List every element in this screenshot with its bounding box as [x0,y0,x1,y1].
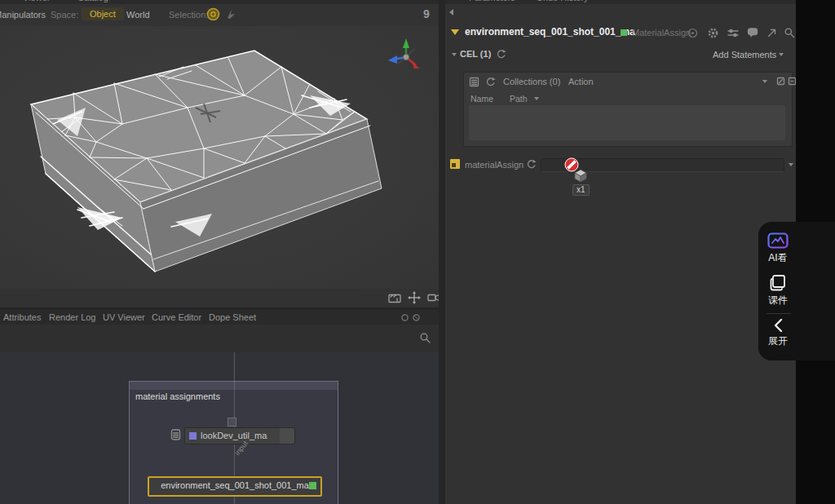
pin-arrow-icon[interactable] [767,28,777,38]
collections-label[interactable]: Collections (0) [503,77,560,86]
node-header-status-swatch [621,29,627,36]
node-group-label: material assignments [135,391,220,401]
group-input-port[interactable] [228,418,236,427]
selection-label: Selection: [169,10,208,20]
column-name-header[interactable]: Name [471,94,493,104]
viewport-bottombar [0,289,439,307]
slider-icon[interactable] [727,28,739,38]
add-statements-button[interactable]: Add Statements [713,50,776,60]
node-lookdev-badge [280,428,294,444]
render-slate-icon[interactable] [388,293,402,303]
bottom-tabstrip: Attributes Render Log UV Viewer Curve Ed… [0,310,439,325]
material-assign-dropdown-icon[interactable] [789,163,793,166]
selection-tool-icon[interactable] [225,8,237,20]
tab-curve-editor[interactable]: Curve Editor [152,312,201,322]
expand-node-icon[interactable] [451,29,459,35]
viewer-pane: Viewer Catalog Manipulators Space: Objec… [0,0,439,308]
statement-list-icon[interactable] [469,77,479,87]
statement-refresh-icon[interactable] [485,77,496,87]
collections-dropdown-icon[interactable] [762,80,767,83]
collections-expand-icon[interactable] [776,77,785,86]
tab-parameters[interactable]: Parameters [469,0,515,2]
tab-attributes[interactable]: Attributes [3,312,41,322]
selection-mode-icon[interactable] [206,7,220,21]
tabstrip-option-icon[interactable] [401,314,409,321]
material-assign-refresh-icon[interactable] [526,159,537,170]
param-type-badge [450,159,460,169]
cel-refresh-icon[interactable] [496,49,506,60]
tab-uv-viewer[interactable]: UV Viewer [103,312,145,322]
assistant-ai-view-label: AI看 [758,251,797,265]
viewport-canvas[interactable] [0,26,439,289]
wireframe-slab [0,26,439,289]
tab-catalog[interactable]: Catalog [77,0,108,2]
collapse-left-icon[interactable] [449,9,453,15]
tab-render-log[interactable]: Render Log [49,312,96,322]
katana-window: Viewer Catalog Manipulators Space: Objec… [0,0,835,504]
assistant-expand-label: 展开 [758,334,797,348]
drag-package-icon [573,169,588,183]
node-env-selected[interactable]: environment_seq_001_shot_001_ma [148,476,322,497]
parameters-tabstrip: Parameters Undo History [445,0,796,4]
search-icon[interactable] [419,332,431,344]
tab-undo-history[interactable]: Undo History [537,0,589,2]
vertical-splitter[interactable] [439,0,445,504]
assistant-side-panel: AI看 课件 展开 [758,222,835,360]
node-type-label: MaterialAssign [632,28,691,38]
viewer-toolbar: Manipulators Space: Object World Selecti… [0,4,439,27]
param-type-badge-mark [452,163,456,167]
cel-statement-list[interactable] [469,105,785,140]
node-graph-pane: Attributes Render Log UV Viewer Curve Ed… [0,310,439,504]
tabstrip-close-icon[interactable] [413,314,420,321]
collections-action-label[interactable]: Action [568,77,594,86]
comment-icon[interactable] [747,27,758,38]
material-assign-label: materialAssign [465,160,524,170]
courseware-icon [769,274,787,292]
node-lookdev-swatch [189,432,197,440]
column-path-sort-icon[interactable] [534,97,539,100]
cel-label: CEL (1) [460,49,491,59]
pointer-icon[interactable]: 9 [423,7,430,20]
parameters-pane: Parameters Undo History environment_seq_… [445,0,796,504]
node-env-label: environment_seq_001_shot_001_ma [161,480,309,490]
node-group-header[interactable] [130,382,338,390]
assistant-expand-button[interactable]: 展开 [758,318,797,348]
axis-gizmo-icon [387,36,426,75]
tab-dope-sheet[interactable]: Dope Sheet [209,312,256,322]
drag-count-badge: x1 [572,184,590,196]
space-label: Space: [51,10,78,20]
node-graph-canvas[interactable]: material assignments lookDev_util_ma inp… [0,352,439,504]
tab-viewer[interactable]: Viewer [23,0,50,2]
node-name-header: environment_seq_001_shot_001_ma [465,26,635,38]
assistant-courseware-label: 课件 [758,294,797,307]
chevron-left-icon [772,318,784,333]
manipulators-label[interactable]: Manipulators [0,10,46,20]
assistant-divider [767,313,791,314]
assistant-courseware-button[interactable]: 课件 [758,274,797,307]
add-statements-dropdown-icon[interactable] [779,53,784,56]
node-env-status-swatch [309,482,316,489]
space-world-button[interactable]: World [126,10,150,20]
node-stack-icon[interactable] [170,428,181,441]
state-badge-icon[interactable] [687,28,698,38]
cel-expand-icon[interactable] [452,53,457,56]
assistant-ai-view-button[interactable]: AI看 [758,232,797,265]
column-path-header[interactable]: Path [510,94,528,104]
cel-statement-box: Collections (0) Action Name Path [463,72,793,147]
node-graph-toolbar [0,325,439,353]
find-icon[interactable] [784,27,795,38]
space-object-button[interactable]: Object [82,7,124,20]
node-lookdev-label: lookDev_util_ma [201,431,267,440]
pan-move-icon[interactable] [408,291,421,304]
gear-icon[interactable] [707,27,719,39]
ai-camera-icon [767,232,789,250]
